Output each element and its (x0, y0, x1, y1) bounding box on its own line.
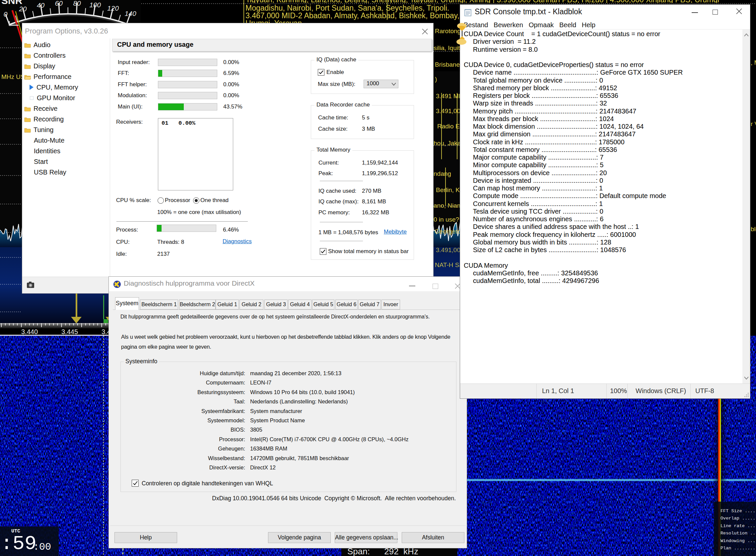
svg-text:140: 140 (125, 10, 136, 17)
svg-text:60: 60 (55, 0, 63, 7)
svg-text:80: 80 (73, 0, 81, 7)
svg-text:40: 40 (37, 1, 45, 9)
svg-text:120: 120 (107, 4, 119, 12)
svg-text:0: 0 (4, 10, 8, 18)
svg-text:20: 20 (19, 5, 27, 12)
svg-text:100: 100 (89, 1, 101, 9)
